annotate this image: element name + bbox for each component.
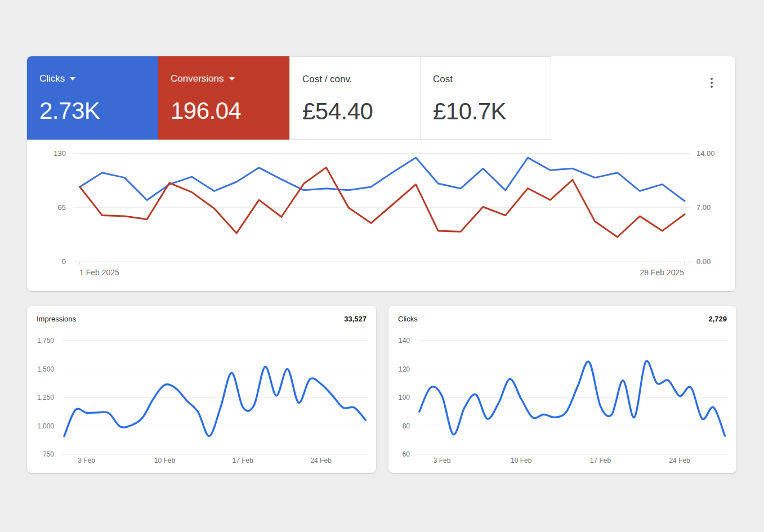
y-axis-tick-label: 65	[42, 203, 66, 212]
clicks-card: Clicks 2,729 60801001201403 Feb10 Feb17 …	[388, 306, 736, 473]
y-axis-tick-label: 120	[388, 365, 410, 373]
metric-tile-clicks[interactable]: Clicks 2.73K	[27, 56, 158, 140]
dropdown-caret-icon	[70, 77, 75, 81]
x-axis-tick-label: 10 Feb	[154, 457, 175, 464]
metric-tile-label-row: Cost	[433, 74, 551, 85]
metric-tile-cost-per-conv[interactable]: Cost / conv. £54.40	[289, 56, 421, 140]
x-axis-tick-label: 10 Feb	[511, 457, 531, 464]
metric-value: £10.7K	[433, 99, 551, 124]
metric-value: 2.73K	[39, 98, 158, 124]
card-total-value: 33,527	[344, 315, 367, 323]
x-axis-tick-label: 3 Feb	[78, 457, 95, 464]
x-axis-end-date: 28 Feb 2025	[589, 268, 684, 277]
card-total-value: 2,729	[708, 315, 727, 323]
x-axis-tick-label: 24 Feb	[669, 457, 690, 464]
metric-tile-conversions[interactable]: Conversions 196.04	[158, 56, 289, 140]
y-axis-tick-label: 14.00	[696, 149, 715, 158]
y-axis-tick-label: 100	[388, 394, 410, 401]
metric-tile-label-row: Cost / conv.	[302, 74, 420, 85]
metric-tile-row: Clicks 2.73K Conversions 196.04 Cost / c…	[27, 56, 551, 140]
metric-label: Clicks	[39, 73, 65, 84]
metric-value: 196.04	[171, 98, 289, 124]
impressions-line-chart	[27, 306, 376, 473]
series-line	[419, 361, 725, 436]
y-axis-tick-label: 1,000	[27, 422, 54, 430]
dropdown-caret-icon	[229, 77, 235, 81]
y-axis-tick-label: 1,500	[27, 365, 54, 373]
y-axis-tick-label: 7.00	[696, 203, 711, 212]
x-axis-tick-label: 17 Feb	[590, 457, 611, 464]
clicks-line-chart	[388, 306, 736, 473]
series-line	[64, 366, 365, 436]
metric-value: £54.40	[302, 99, 420, 124]
y-axis-tick-label: 1,250	[27, 394, 54, 401]
card-title: Impressions	[37, 315, 76, 323]
kebab-menu-icon[interactable]	[706, 73, 717, 92]
metric-tile-label-row: Clicks	[39, 73, 158, 84]
metric-tile-label-row: Conversions	[171, 73, 289, 84]
x-axis-start-date: 1 Feb 2025	[79, 268, 119, 277]
y-axis-tick-label: 60	[388, 450, 410, 458]
y-axis-tick-label: 0	[42, 257, 66, 266]
y-axis-tick-label: 750	[27, 450, 54, 458]
series-line-clicks	[80, 158, 685, 201]
impressions-card: Impressions 33,527 7501,0001,2501,5001,7…	[27, 306, 376, 473]
y-axis-tick-label: 1,750	[27, 337, 54, 345]
overview-card: Clicks 2.73K Conversions 196.04 Cost / c…	[27, 56, 735, 291]
card-title: Clicks	[398, 315, 418, 323]
x-axis-tick-label: 17 Feb	[233, 457, 253, 464]
metric-tile-cost[interactable]: Cost £10.7K	[420, 56, 551, 140]
metric-label: Cost / conv.	[302, 74, 352, 85]
x-axis-tick-label: 3 Feb	[434, 457, 451, 464]
metric-label: Conversions	[171, 73, 224, 84]
y-axis-tick-label: 130	[42, 149, 66, 158]
y-axis-tick-label: 80	[388, 422, 410, 430]
x-axis-tick-label: 24 Feb	[310, 457, 331, 464]
metric-label: Cost	[433, 74, 453, 85]
y-axis-tick-label: 140	[388, 337, 410, 345]
y-axis-tick-label: 0.00	[696, 257, 711, 266]
series-line-conversions	[80, 167, 685, 237]
